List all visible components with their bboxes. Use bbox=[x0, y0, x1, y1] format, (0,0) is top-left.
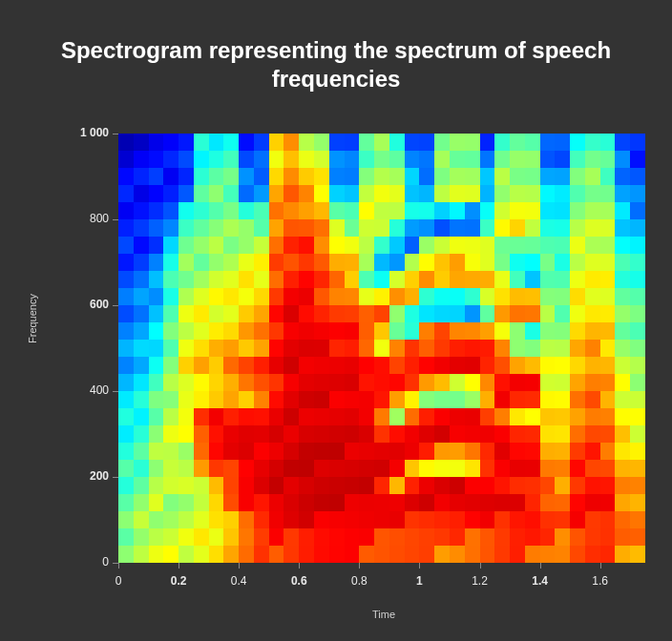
heatmap-cell bbox=[434, 443, 450, 460]
heatmap-cell bbox=[329, 425, 345, 443]
heatmap-cell bbox=[118, 288, 134, 305]
heatmap-cell bbox=[540, 460, 556, 477]
heatmap-cell bbox=[630, 460, 645, 477]
heatmap-cell bbox=[284, 408, 299, 425]
heatmap-cell bbox=[284, 546, 299, 563]
heatmap-cell bbox=[465, 511, 480, 528]
heatmap-cell bbox=[615, 391, 630, 408]
heatmap-cell bbox=[419, 340, 434, 357]
heatmap-cell bbox=[345, 219, 360, 237]
heatmap-cell bbox=[134, 391, 149, 408]
heatmap-cell bbox=[615, 254, 630, 271]
heatmap-cell bbox=[223, 408, 239, 425]
heatmap-cell bbox=[284, 271, 299, 288]
heatmap-cell bbox=[178, 254, 194, 271]
heatmap-cell bbox=[405, 185, 420, 202]
heatmap-cell bbox=[223, 271, 239, 288]
heatmap-cell bbox=[314, 202, 329, 219]
heatmap-cell bbox=[570, 254, 585, 271]
heatmap-cell bbox=[540, 254, 556, 271]
heatmap-cell bbox=[389, 528, 405, 546]
heatmap-cell bbox=[178, 460, 194, 477]
heatmap-cell bbox=[405, 443, 420, 460]
heatmap-cell bbox=[163, 134, 178, 151]
heatmap-cell bbox=[434, 134, 450, 151]
heatmap-cell bbox=[269, 288, 284, 305]
heatmap-cell bbox=[314, 134, 329, 151]
heatmap-cell bbox=[209, 237, 224, 254]
heatmap-cell bbox=[299, 391, 314, 408]
heatmap-cell bbox=[254, 425, 269, 443]
heatmap-cell bbox=[525, 202, 540, 219]
heatmap-cell bbox=[329, 477, 345, 494]
heatmap-cell bbox=[450, 391, 465, 408]
heatmap-cell bbox=[630, 408, 645, 425]
heatmap-cell bbox=[419, 528, 434, 546]
heatmap-cell bbox=[314, 477, 329, 494]
heatmap-cell bbox=[405, 219, 420, 237]
heatmap-cell bbox=[299, 254, 314, 271]
heatmap-cell bbox=[269, 528, 284, 546]
heatmap-cell bbox=[389, 425, 405, 443]
heatmap-cell bbox=[540, 202, 556, 219]
heatmap-cell bbox=[600, 271, 616, 288]
heatmap-cell bbox=[223, 322, 239, 340]
heatmap-cell bbox=[254, 237, 269, 254]
heatmap-cell bbox=[419, 237, 434, 254]
heatmap-cell bbox=[494, 219, 510, 237]
x-tick-mark bbox=[359, 563, 360, 569]
heatmap-cell bbox=[345, 443, 360, 460]
heatmap-cell bbox=[465, 460, 480, 477]
heatmap-cell bbox=[450, 185, 465, 202]
heatmap-cell bbox=[239, 237, 254, 254]
heatmap-cell bbox=[465, 185, 480, 202]
heatmap-cell bbox=[239, 391, 254, 408]
heatmap-cell bbox=[465, 425, 480, 443]
heatmap-cell bbox=[118, 151, 134, 168]
heatmap-cell bbox=[510, 168, 525, 185]
heatmap-cell bbox=[585, 305, 600, 322]
heatmap-cell bbox=[314, 254, 329, 271]
heatmap-cell bbox=[570, 357, 585, 374]
heatmap-cell bbox=[374, 168, 389, 185]
heatmap-cell bbox=[434, 151, 450, 168]
heatmap-cell bbox=[585, 357, 600, 374]
heatmap-cell bbox=[465, 340, 480, 357]
heatmap-cell bbox=[540, 425, 556, 443]
heatmap-cell bbox=[540, 374, 556, 391]
heatmap-cell bbox=[299, 443, 314, 460]
heatmap-cell bbox=[239, 254, 254, 271]
heatmap-cell bbox=[450, 443, 465, 460]
heatmap-cell bbox=[329, 271, 345, 288]
heatmap-cell bbox=[585, 528, 600, 546]
heatmap-cell bbox=[510, 254, 525, 271]
heatmap-cell bbox=[510, 546, 525, 563]
heatmap-cell bbox=[345, 340, 360, 357]
heatmap-cell bbox=[450, 305, 465, 322]
heatmap-cell bbox=[630, 237, 645, 254]
heatmap-cell bbox=[494, 340, 510, 357]
heatmap-cell bbox=[419, 357, 434, 374]
heatmap-cell bbox=[540, 546, 556, 563]
heatmap-cell bbox=[494, 288, 510, 305]
heatmap-cell bbox=[149, 322, 164, 340]
heatmap-cell bbox=[585, 460, 600, 477]
heatmap-cell bbox=[630, 340, 645, 357]
heatmap-cell bbox=[223, 185, 239, 202]
heatmap-cell bbox=[239, 546, 254, 563]
heatmap-cell bbox=[510, 271, 525, 288]
heatmap-cell bbox=[600, 219, 616, 237]
heatmap-cell bbox=[359, 254, 374, 271]
heatmap-cell bbox=[314, 374, 329, 391]
heatmap-cell bbox=[345, 408, 360, 425]
x-tick-label: 0.8 bbox=[340, 574, 378, 588]
heatmap-cell bbox=[374, 546, 389, 563]
heatmap-cell bbox=[118, 185, 134, 202]
heatmap-cell bbox=[269, 185, 284, 202]
heatmap-cell bbox=[269, 134, 284, 151]
heatmap-cell bbox=[494, 546, 510, 563]
heatmap-cell bbox=[510, 288, 525, 305]
heatmap-cell bbox=[239, 477, 254, 494]
heatmap-cell bbox=[555, 374, 570, 391]
heatmap-cell bbox=[419, 185, 434, 202]
